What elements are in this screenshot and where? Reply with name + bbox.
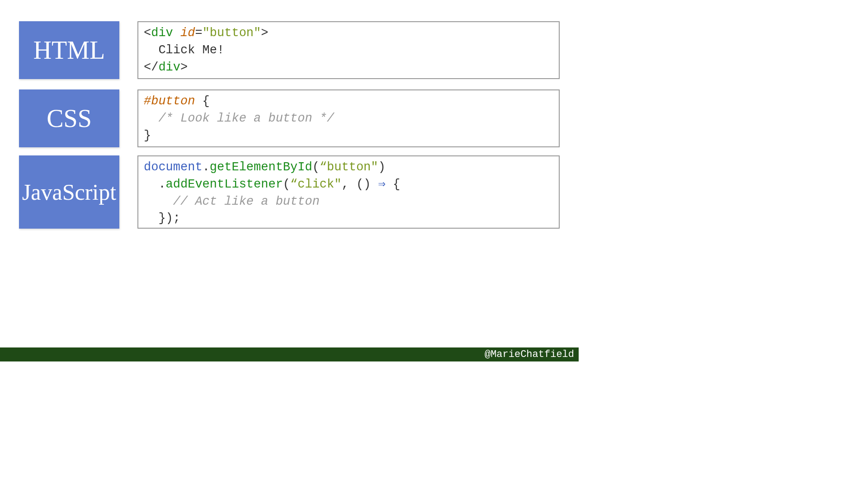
js-l1-method: getElementById: [210, 160, 312, 174]
js-l4: });: [144, 211, 180, 225]
footer-bar: @MarieChatfield: [0, 347, 579, 361]
js-l2-comma: ,: [341, 178, 356, 191]
js-l1-dot: .: [203, 160, 210, 174]
html-label: HTML: [33, 36, 105, 65]
html-code-box: <div id="button"> Click Me! </div>: [137, 21, 560, 79]
js-l1-str: “button": [320, 160, 378, 174]
js-row: JavaScript document.getElementById(“butt…: [19, 155, 560, 229]
footer-handle: @MarieChatfield: [485, 349, 574, 360]
html-val: "button": [203, 26, 261, 40]
js-l3: // Act like a button: [144, 195, 320, 208]
html-space: [173, 26, 180, 40]
js-l2-paren: (): [356, 178, 371, 191]
js-l2-indent: [144, 178, 158, 191]
css-row: CSS #button { /* Look like a button */ }: [19, 89, 560, 147]
html-eq: =: [195, 26, 202, 40]
css-brace-open: {: [195, 94, 209, 108]
css-brace-close: }: [144, 129, 151, 142]
html-row: HTML <div id="button"> Click Me! </div>: [19, 21, 560, 79]
html-close-close: >: [180, 61, 188, 74]
html-close-open: </: [144, 61, 158, 74]
css-selector: #button: [144, 94, 195, 108]
js-l1-close: ): [378, 160, 386, 174]
js-label: JavaScript: [22, 179, 116, 205]
js-l1-obj: document: [144, 160, 203, 174]
html-content: Click Me!: [144, 43, 224, 57]
js-l2-brace: {: [393, 178, 400, 191]
js-l1-open: (: [312, 160, 320, 174]
js-label-box: JavaScript: [19, 155, 119, 229]
html-tag-close: div: [158, 61, 180, 74]
html-attr: id: [180, 26, 195, 40]
css-code-box: #button { /* Look like a button */ }: [137, 89, 560, 147]
html-open-bracket: <: [144, 26, 151, 40]
js-l2-str: “click": [290, 178, 341, 191]
html-tag-open: div: [151, 26, 173, 40]
css-comment: /* Look like a button */: [144, 112, 334, 125]
js-l2-arrow: ⇒: [371, 178, 393, 191]
js-l2-method: addEventListener: [166, 178, 283, 191]
html-close-bracket: >: [261, 26, 268, 40]
js-l2-dot: .: [158, 178, 165, 191]
js-code-box: document.getElementById(“button") .addEv…: [137, 155, 560, 229]
css-label-box: CSS: [19, 89, 119, 147]
css-label: CSS: [47, 104, 92, 133]
html-label-box: HTML: [19, 21, 119, 79]
js-l2-open: (: [283, 178, 290, 191]
